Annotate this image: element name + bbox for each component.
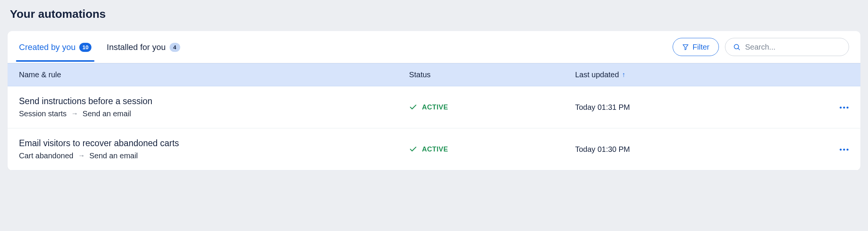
status-badge: ACTIVE [409, 145, 575, 153]
tab-label: Installed for you [107, 42, 165, 52]
updated-text: Today 01:30 PM [575, 145, 630, 154]
sort-ascending-icon: ↑ [622, 71, 626, 79]
row-status-cell: ACTIVE [409, 103, 575, 111]
tab-created-by-you[interactable]: Created by you 10 [19, 33, 91, 61]
tab-count-badge: 4 [170, 43, 180, 52]
filter-label: Filter [693, 43, 709, 52]
column-status[interactable]: Status [409, 70, 575, 79]
column-name[interactable]: Name & rule [19, 70, 409, 79]
svg-point-7 [843, 148, 845, 150]
row-name-cell: Send instructions before a session Sessi… [19, 96, 409, 118]
table-row[interactable]: Send instructions before a session Sessi… [8, 86, 860, 128]
svg-point-5 [846, 106, 848, 108]
row-actions-cell [791, 146, 849, 153]
updated-text: Today 01:31 PM [575, 103, 630, 112]
svg-line-2 [738, 48, 740, 50]
column-updated-label: Last updated [575, 70, 619, 79]
tab-label: Created by you [19, 42, 75, 52]
svg-point-8 [846, 148, 848, 150]
check-icon [409, 103, 417, 111]
status-text: ACTIVE [422, 103, 448, 111]
automation-title: Email visitors to recover abandoned cart… [19, 138, 409, 148]
tab-installed-for-you[interactable]: Installed for you 4 [107, 33, 180, 61]
status-badge: ACTIVE [409, 103, 575, 111]
more-actions-button[interactable] [791, 148, 849, 151]
row-actions-cell [791, 104, 849, 111]
status-text: ACTIVE [422, 145, 448, 153]
controls: Filter [673, 31, 849, 63]
tab-count-badge: 10 [79, 43, 91, 52]
column-updated[interactable]: Last updated ↑ [575, 70, 791, 79]
svg-point-4 [843, 106, 845, 108]
search-field[interactable] [725, 38, 849, 56]
filter-button[interactable]: Filter [673, 38, 719, 56]
arrow-right-icon: → [71, 110, 78, 118]
svg-point-6 [840, 148, 841, 150]
automation-title: Send instructions before a session [19, 96, 409, 106]
svg-marker-0 [683, 45, 688, 50]
table-header: Name & rule Status Last updated ↑ [8, 63, 860, 86]
rule-trigger: Cart abandoned [19, 151, 73, 160]
check-icon [409, 145, 417, 153]
row-updated-cell: Today 01:31 PM [575, 103, 791, 112]
automations-card: Created by you 10 Installed for you 4 Fi… [8, 31, 860, 170]
table-row[interactable]: Email visitors to recover abandoned cart… [8, 128, 860, 170]
rule-action: Send an email [89, 151, 138, 160]
search-icon [733, 43, 741, 51]
rule-action: Send an email [83, 109, 131, 118]
automation-rule: Session starts → Send an email [19, 109, 409, 118]
svg-point-3 [840, 106, 841, 108]
filter-icon [682, 44, 689, 50]
row-updated-cell: Today 01:30 PM [575, 145, 791, 154]
row-name-cell: Email visitors to recover abandoned cart… [19, 138, 409, 160]
arrow-right-icon: → [78, 152, 85, 160]
rule-trigger: Session starts [19, 109, 67, 118]
tabs-row: Created by you 10 Installed for you 4 Fi… [8, 31, 860, 63]
page-title: Your automations [8, 8, 860, 20]
more-actions-button[interactable] [791, 106, 849, 109]
row-status-cell: ACTIVE [409, 145, 575, 153]
search-input[interactable] [745, 43, 841, 52]
automation-rule: Cart abandoned → Send an email [19, 151, 409, 160]
